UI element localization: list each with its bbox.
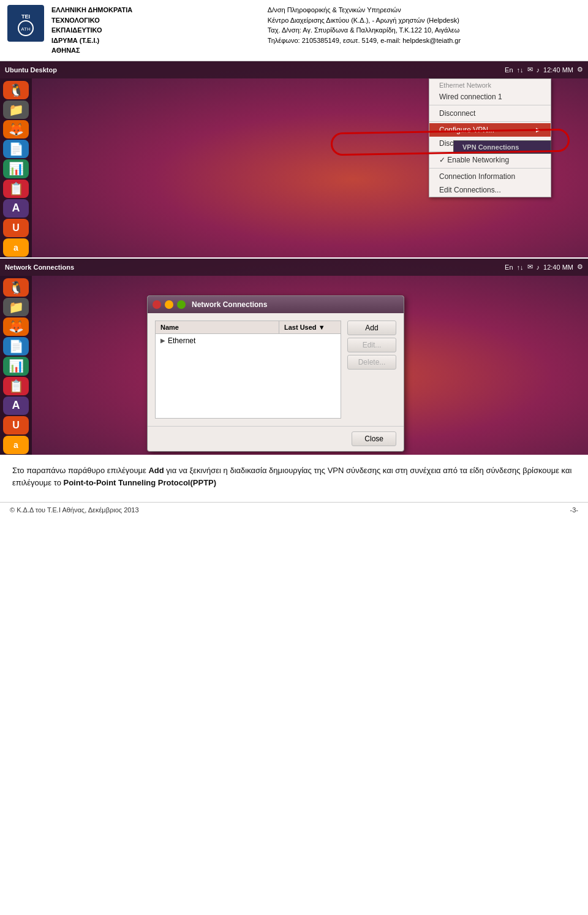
sidebar-icon-ubuntu[interactable]: 🐧 (3, 81, 29, 99)
unity-sidebar-1: 🐧 📁 🦊 📄 📊 📋 A U a (0, 78, 32, 257)
ethernet-label: Ethernet (168, 336, 195, 345)
menu-connection-info[interactable]: Connection Information (429, 170, 551, 183)
sidebar-icon-calc[interactable]: 📊 (3, 159, 29, 178)
table-header: Name Last Used ▼ (156, 321, 341, 334)
menu-enable-networking[interactable]: Enable Networking (429, 153, 551, 167)
instruction-text: Στο παραπάνω παράθυρο επιλέγουμε Add για… (0, 455, 588, 500)
page-footer: © Κ.Δ.Δ του Τ.Ε.Ι Αθήνας, Δεκέμβριος 201… (0, 502, 588, 517)
dialog-minimize-button[interactable] (165, 300, 173, 309)
dialog-body: Name Last Used ▼ ▶ Ethernet Add Edit... … (148, 313, 404, 426)
highlight-oval-1 (331, 128, 570, 156)
taskbar-right-1: En ↑↓ ✉ ♪ 12:40 ΜΜ ⚙ (505, 66, 583, 74)
sidebar-icon-font-2[interactable]: A (3, 397, 29, 415)
speaker-icon: ♪ (537, 66, 540, 74)
col-header-lastused: Last Used ▼ (279, 321, 341, 333)
sidebar-icon-ubuntu2[interactable]: U (3, 219, 29, 237)
expand-arrow-icon: ▶ (160, 337, 165, 344)
menu-disconnect[interactable]: Disconnect (429, 107, 551, 120)
sidebar-icon-amazon[interactable]: a (3, 238, 29, 257)
speaker-icon-2: ♪ (537, 264, 540, 271)
footer-copyright: © Κ.Δ.Δ του Τ.Ε.Ι Αθήνας, Δεκέμβριος 201… (10, 506, 139, 514)
taskbar-right-2: En ↑↓ ✉ ♪ 12:40 ΜΜ ⚙ (505, 263, 583, 271)
menu-wired-connection[interactable]: Wired connection 1 (429, 90, 551, 104)
menu-section-ethernet: Ethernet Network (429, 79, 551, 90)
menu-separator-1 (429, 105, 551, 105)
lang-indicator[interactable]: En (505, 66, 513, 74)
delete-connection-button[interactable]: Delete... (347, 355, 396, 370)
header-contact-info: Δ/νση Πληροφορικής & Τεχνικών Υπηρεσιών … (268, 5, 581, 45)
sidebar-icon-docs[interactable]: 📄 (3, 140, 29, 158)
menu-separator-4 (429, 168, 551, 169)
dialog-close-button[interactable] (153, 300, 161, 309)
dialog-maximize-button[interactable] (177, 300, 186, 309)
instruction-paragraph: Στο παραπάνω παράθυρο επιλέγουμε Add για… (12, 465, 576, 490)
sidebar-icon-docs-2[interactable]: 📄 (3, 337, 29, 355)
mail-icon: ✉ (527, 66, 533, 74)
dialog-titlebar: Network Connections (148, 296, 404, 313)
unity-sidebar-2: 🐧 📁 🦊 📄 📊 📋 A U a (0, 276, 32, 455)
network-icon-2: ↑↓ (517, 264, 524, 271)
page-header: ΤΕΙ ATH ΕΛΛΗΝΙΚΗ ΔΗΜΟΚΡΑΤΙΑ ΤΕΧΝΟΛΟΓΙΚΟ … (0, 0, 588, 61)
sidebar-icon-ubuntu-2[interactable]: 🐧 (3, 278, 29, 297)
clock-display: 12:40 ΜΜ (543, 66, 573, 74)
sidebar-icon-ubuntu2-2[interactable]: U (3, 416, 29, 435)
taskbar-top-1: Ubuntu Desktop En ↑↓ ✉ ♪ 12:40 ΜΜ ⚙ (0, 61, 588, 78)
clock-display-2: 12:40 ΜΜ (543, 264, 573, 271)
screenshot-2: Network Connections En ↑↓ ✉ ♪ 12:40 ΜΜ ⚙… (0, 259, 588, 455)
sort-arrow-icon: ▼ (318, 324, 325, 331)
lang-indicator-2[interactable]: En (505, 264, 513, 271)
dialog-action-buttons: Add Edit... Delete... (347, 321, 396, 419)
sidebar-icon-calc-2[interactable]: 📊 (3, 357, 29, 375)
sidebar-icon-files-2[interactable]: 📁 (3, 298, 29, 316)
taskbar-top-2: Network Connections En ↑↓ ✉ ♪ 12:40 ΜΜ ⚙ (0, 259, 588, 276)
svg-text:ATH: ATH (21, 26, 31, 32)
gear-icon[interactable]: ⚙ (577, 66, 583, 74)
connections-table: Name Last Used ▼ ▶ Ethernet (155, 321, 341, 419)
sidebar-icon-files[interactable]: 📁 (3, 101, 29, 119)
network-icon: ↑↓ (517, 66, 524, 74)
menu-separator-2 (429, 121, 551, 122)
sidebar-icon-presentation-2[interactable]: 📋 (3, 377, 29, 395)
gear-icon-2[interactable]: ⚙ (577, 263, 583, 271)
desktop-title: Ubuntu Desktop (5, 66, 57, 74)
footer-page-number: -3- (570, 506, 578, 514)
edit-connection-button[interactable]: Edit... (347, 338, 396, 352)
network-connections-title: Network Connections (5, 264, 74, 271)
mail-icon-2: ✉ (527, 263, 533, 271)
svg-text:ΤΕΙ: ΤΕΙ (21, 13, 30, 20)
table-row-ethernet[interactable]: ▶ Ethernet (156, 334, 341, 347)
dialog-title: Network Connections (192, 300, 267, 309)
screenshot-1: Ubuntu Desktop En ↑↓ ✉ ♪ 12:40 ΜΜ ⚙ 🐧 📁 … (0, 61, 588, 257)
sidebar-icon-presentation[interactable]: 📋 (3, 180, 29, 198)
dialog-footer: Close (148, 426, 404, 451)
add-connection-button[interactable]: Add (347, 321, 396, 335)
col-header-name: Name (156, 321, 279, 333)
header-org-info: ΕΛΛΗΝΙΚΗ ΔΗΜΟΚΡΑΤΙΑ ΤΕΧΝΟΛΟΓΙΚΟ ΕΚΠΑΙΔΕΥ… (51, 5, 260, 56)
logo: ΤΕΙ ATH (7, 5, 44, 42)
menu-edit-connections[interactable]: Edit Connections... (429, 183, 551, 197)
sidebar-icon-firefox-2[interactable]: 🦊 (3, 317, 29, 336)
bold-add: Add (148, 466, 164, 475)
network-connections-dialog: Network Connections Name Last Used ▼ ▶ E… (147, 295, 404, 452)
sidebar-icon-font[interactable]: A (3, 199, 29, 218)
sidebar-icon-firefox[interactable]: 🦊 (3, 120, 29, 139)
sidebar-icon-amazon-2[interactable]: a (3, 436, 29, 454)
dialog-footer-close-button[interactable]: Close (352, 431, 396, 446)
bold-pptp: Point-to-Point Tunneling Protocol(PPTP) (63, 478, 216, 487)
